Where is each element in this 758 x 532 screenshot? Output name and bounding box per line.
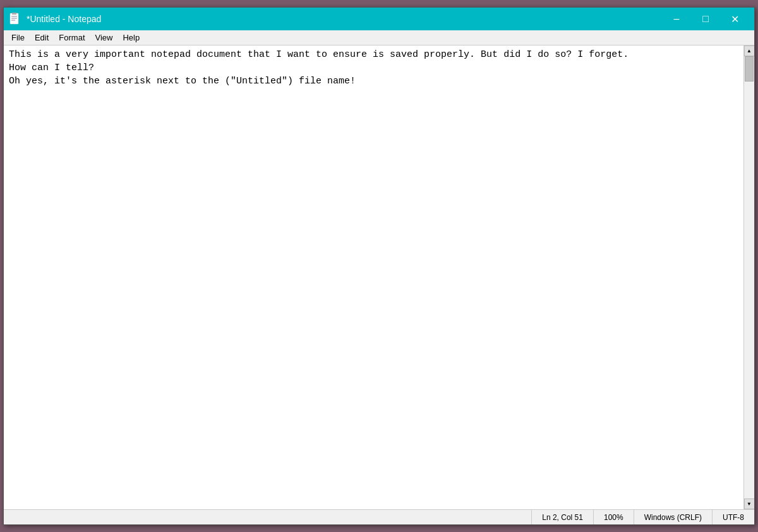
notepad-window: *Untitled - Notepad – □ ✕ File Edit Form…: [3, 7, 755, 525]
statusbar: Ln 2, Col 51 100% Windows (CRLF) UTF-8: [4, 509, 754, 524]
editor-area: This is a very important notepad documen…: [4, 45, 754, 509]
status-line-ending: Windows (CRLF): [634, 510, 712, 524]
close-button[interactable]: ✕: [720, 8, 749, 30]
maximize-button[interactable]: □: [691, 8, 720, 30]
menu-format[interactable]: Format: [54, 32, 90, 44]
status-encoding: UTF-8: [712, 510, 754, 524]
window-title: *Untitled - Notepad: [27, 14, 662, 24]
notepad-icon: [9, 13, 21, 25]
vertical-scrollbar[interactable]: ▲ ▼: [743, 45, 754, 509]
scroll-track[interactable]: [744, 56, 754, 499]
menubar: File Edit Format View Help: [4, 30, 754, 45]
status-zoom: 100%: [593, 510, 634, 524]
window-controls: – □ ✕: [662, 8, 749, 30]
menu-help[interactable]: Help: [117, 32, 145, 44]
svg-rect-1: [12, 13, 16, 15]
scroll-up-button[interactable]: ▲: [744, 45, 755, 56]
menu-edit[interactable]: Edit: [30, 32, 54, 44]
text-area-wrapper: This is a very important notepad documen…: [4, 45, 743, 509]
status-position: Ln 2, Col 51: [531, 510, 593, 524]
titlebar: *Untitled - Notepad – □ ✕: [4, 8, 754, 30]
menu-view[interactable]: View: [90, 32, 118, 44]
text-editor[interactable]: This is a very important notepad documen…: [4, 45, 743, 509]
minimize-button[interactable]: –: [662, 8, 691, 30]
scroll-thumb[interactable]: [745, 56, 754, 82]
scroll-down-button[interactable]: ▼: [744, 499, 755, 509]
menu-file[interactable]: File: [6, 32, 30, 44]
